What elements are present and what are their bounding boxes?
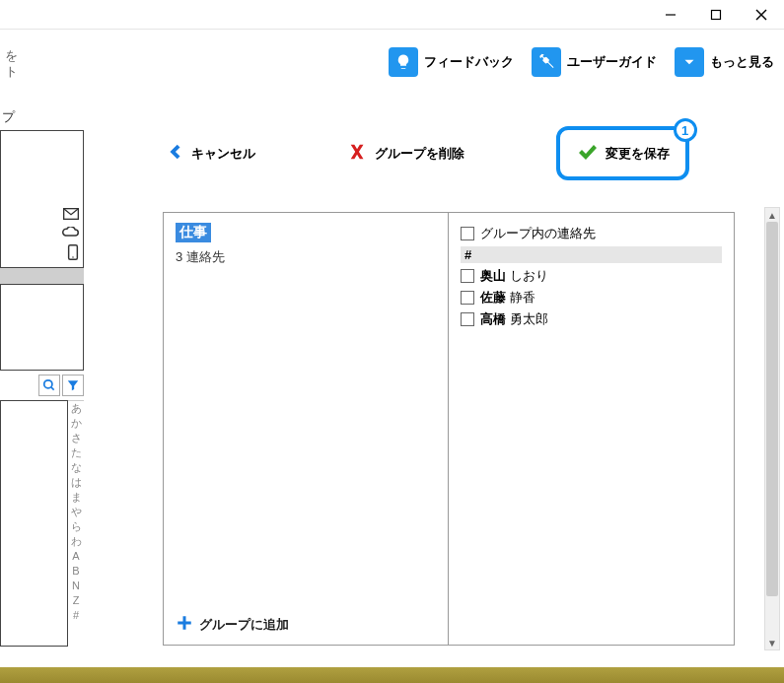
svg-rect-1 [712,10,721,19]
contacts-list-fragment [0,400,68,647]
back-arrow-icon [164,141,185,166]
phone-icon [67,244,79,263]
group-pane-right: グループ内の連絡先 # 奥山 しおり佐藤 静香高橋 勇太郎 [449,213,734,645]
plus-icon [176,614,193,635]
delete-group-button[interactable]: グループを削除 [347,141,464,166]
scroll-up-arrow-icon[interactable]: ▲ [765,208,779,222]
bottom-bar [0,667,784,683]
cut-text-2: ト [5,63,18,81]
section-header: # [461,246,722,263]
checkbox[interactable] [461,312,474,326]
checkbox[interactable] [461,269,474,283]
contact-row[interactable]: 佐藤 静香 [461,287,722,308]
cancel-button[interactable]: キャンセル [164,141,255,166]
feedback-label: フィードバック [424,53,514,71]
selected-row[interactable] [0,268,84,284]
tab-fragment-label: プ [0,108,89,130]
contact-name: 高橋 勇太郎 [480,310,548,328]
svg-point-6 [72,256,73,257]
checkbox[interactable] [461,227,474,240]
filter-button[interactable] [62,375,84,396]
contact-count: 3 連絡先 [176,248,436,266]
cancel-label: キャンセル [191,145,255,163]
select-all-row[interactable]: グループ内の連絡先 [461,223,722,244]
more-label: もっと見る [710,53,774,71]
alpha-index[interactable]: あかさたなはまやらわABNZ# [68,400,84,647]
lightbulb-icon [389,47,418,77]
contact-row[interactable]: 高橋 勇太郎 [461,308,722,330]
chevron-down-icon [675,47,704,77]
contact-row[interactable]: 奥山 しおり [461,265,722,287]
callout-badge: 1 [674,118,697,142]
userguide-button[interactable]: ユーザーガイド [532,47,657,77]
close-button[interactable] [739,0,784,29]
delete-label: グループを削除 [375,145,464,163]
header-toolbar: フィードバック ユーザーガイド もっと見る [0,30,784,99]
tools-icon [532,47,561,77]
mail-icon [63,207,79,223]
vertical-scrollbar[interactable]: ▲ ▼ [764,207,780,650]
scroll-down-arrow-icon[interactable]: ▼ [765,636,779,649]
scroll-thumb[interactable] [766,222,778,596]
save-label: 変更を保存 [606,145,670,163]
group-pane-left: 仕事 3 連絡先 グループに追加 [164,213,449,645]
accounts-box [0,130,84,268]
save-button[interactable]: 変更を保存 1 [556,126,689,180]
more-button[interactable]: もっと見る [675,47,774,77]
add-group-label: グループに追加 [199,616,289,634]
group-edit-pane: 仕事 3 連絡先 グループに追加 グループ内の連絡先 # 奥山 しおり佐藤 静香… [163,212,735,646]
svg-point-7 [44,380,52,388]
empty-box [0,284,84,371]
feedback-button[interactable]: フィードバック [389,47,514,77]
add-group-button[interactable]: グループに追加 [176,614,436,635]
left-sidebar-fragment: プ あかさたなはまやらわABNZ# [0,108,89,660]
checkbox[interactable] [461,291,474,305]
userguide-label: ユーザーガイド [567,53,657,71]
group-name-field[interactable]: 仕事 [176,223,211,242]
minimize-button[interactable] [648,0,693,29]
search-button[interactable] [38,375,60,396]
select-all-label: グループ内の連絡先 [480,225,596,242]
maximize-button[interactable] [693,0,739,29]
contact-name: 佐藤 静香 [480,289,535,307]
check-icon [576,140,600,167]
actions-row: キャンセル グループを削除 変更を保存 1 [0,126,784,180]
svg-line-8 [51,387,54,390]
cloud-icon [61,226,79,241]
contact-name: 奥山 しおり [480,267,548,285]
x-icon [347,141,369,166]
window-titlebar [0,0,784,30]
